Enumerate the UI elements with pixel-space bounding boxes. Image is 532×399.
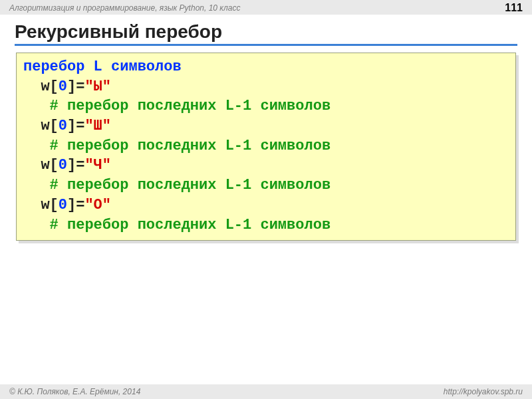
code-token-eq: ]= [67, 118, 84, 134]
code-token-eq: ]= [67, 157, 84, 174]
code-token-index: 0 [59, 118, 67, 134]
code-token-letter: "Ш" [84, 118, 111, 134]
slide: Алгоритмизация и программирование, язык … [0, 0, 532, 399]
code-token-w: w[ [41, 197, 58, 213]
footer-bar: © К.Ю. Поляков, Е.А. Ерёмин, 2014 http:/… [0, 384, 532, 399]
code-token-eq: ]= [67, 78, 84, 95]
code-block: перебор L символов w[0]="Ы" # перебор по… [16, 53, 516, 241]
code-token-letter: "Ы" [84, 78, 111, 95]
code-token-index: 0 [59, 197, 67, 213]
code-comment: # перебор последних L-1 символов [50, 138, 331, 154]
code-token-w: w[ [41, 78, 58, 95]
code-token-w: w[ [41, 118, 58, 134]
slide-title: Рекурсивный перебор [15, 21, 517, 46]
page-number: 111 [505, 2, 523, 14]
header-subject: Алгоритмизация и программирование, язык … [9, 3, 240, 13]
footer-url: http://kpolyakov.spb.ru [444, 387, 523, 396]
code-comment: # перебор последних L-1 символов [50, 177, 331, 194]
code-token-index: 0 [59, 78, 67, 95]
header-bar: Алгоритмизация и программирование, язык … [0, 0, 532, 15]
code-token-letter: "О" [84, 197, 111, 213]
code-token-letter: "Ч" [84, 157, 111, 174]
code-comment: # перебор последних L-1 символов [50, 98, 331, 114]
footer-copyright: © К.Ю. Поляков, Е.А. Ерёмин, 2014 [9, 387, 140, 396]
code-token-eq: ]= [67, 197, 84, 213]
code-token-index: 0 [59, 157, 67, 174]
code-line: перебор L символов [23, 59, 182, 75]
code-comment: # перебор последних L-1 символов [50, 217, 331, 233]
code-token-w: w[ [41, 157, 58, 174]
